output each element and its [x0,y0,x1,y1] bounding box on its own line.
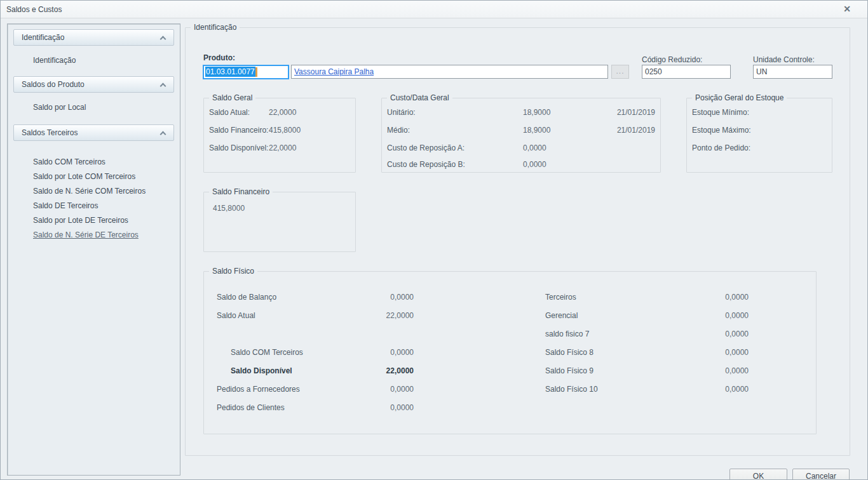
sf-saldo-disponivel-value: 22,0000 [355,366,414,375]
chevron-up-icon [160,83,166,90]
ponto-de-pedido-label: Ponto de Pedido: [692,143,750,152]
produto-code-selected-text: 01.03.01.0077 [205,67,255,77]
saldo-fisico-10-value: 0,0000 [690,385,749,394]
dialog-saldos-e-custos: Saldos e Custos ✕ Identificação Identifi… [0,0,868,480]
sidebar-item-saldo-por-local[interactable]: Saldo por Local [8,100,180,114]
saldo-financeiro-box: Saldo Financeiro 415,8000 [203,192,356,252]
saldo-fisico-8-value: 0,0000 [690,348,749,357]
saldo-geral-title: Saldo Geral [209,93,255,102]
saldo-atual-label: Saldo Atual: [209,108,250,117]
saldo-fisico-7-label: saldo fisico 7 [545,330,589,338]
sidebar-item-saldo-por-lote-de-terceiros[interactable]: Saldo por Lote DE Terceiros [8,213,180,227]
pedidos-clientes-value: 0,0000 [355,403,414,412]
codigo-reduzido-field[interactable]: 0250 [642,65,731,79]
saldo-fisico-9-value: 0,0000 [690,366,749,375]
chevron-up-icon [160,36,166,43]
saldo-disponivel-value: 22,0000 [269,143,296,152]
saldo-fisico-10-label: Saldo Físico 10 [545,385,598,394]
terceiros-label: Terceiros [545,293,576,302]
medio-label: Médio: [387,126,410,135]
saldo-fisico-8-label: Saldo Físico 8 [545,348,593,357]
saldo-fisico-7-value: 0,0000 [690,330,749,338]
custo-data-geral-box: Custo/Data Geral Unitário: 18,9000 21/01… [381,98,661,173]
sf-saldo-com-terceiros-label: Saldo COM Terceiros [231,348,303,357]
pedidos-clientes-label: Pedidos de Clientes [217,403,285,412]
nav-group-label: Saldos Terceiros [22,125,78,140]
nav-group-label: Saldos do Produto [22,77,85,92]
saldo-fisico-title: Saldo Físico [209,267,257,276]
terceiros-value: 0,0000 [690,293,749,302]
sf-saldo-atual-label: Saldo Atual [217,311,255,320]
produto-name-link[interactable]: Vassoura Caipira Palha [294,67,374,76]
sidebar-item-saldo-de-terceiros[interactable]: Saldo DE Terceiros [8,199,180,213]
sidebar-item-saldo-nserie-com-terceiros[interactable]: Saldo de N. Série COM Terceiros [8,184,180,198]
posicao-geral-box: Posição Geral do Estoque Estoque Mínimo:… [686,98,832,173]
sf-saldo-disponivel-label: Saldo Disponível [231,366,292,375]
nav-group-saldos-terceiros[interactable]: Saldos Terceiros [13,124,174,141]
identificacao-panel-title: Identificação [191,23,240,32]
custo-reposicao-a-label: Custo de Reposição A: [387,143,465,152]
saldo-geral-box: Saldo Geral Saldo Atual: 22,0000 Saldo F… [203,98,356,173]
ok-button[interactable]: OK [729,469,787,480]
saldo-financeiro-label: Saldo Financeiro: [209,126,268,135]
saldo-financeiro-title: Saldo Financeiro [209,187,273,196]
saldo-atual-value: 22,0000 [269,108,296,117]
unidade-controle-label: Unidade Controle: [753,55,815,64]
sidebar-item-saldo-nserie-de-terceiros[interactable]: Saldo de N. Série DE Terceiros [8,228,180,242]
produto-label: Produto: [203,53,235,62]
saldo-financeiro-value: 415,8000 [269,126,301,135]
cancel-button[interactable]: Cancelar [792,469,850,480]
custo-data-geral-title: Custo/Data Geral [387,93,452,102]
title-bar: Saldos e Custos ✕ [1,1,867,18]
unitario-date: 21/01/2019 [592,108,655,117]
saldo-de-balanco-value: 0,0000 [355,293,414,302]
nav-group-label: Identificação [22,30,64,45]
gerencial-label: Gerencial [545,311,578,320]
unitario-label: Unitário: [387,108,416,117]
sidebar-item-saldo-por-lote-com-terceiros[interactable]: Saldo por Lote COM Terceiros [8,170,180,183]
saldo-fisico-box: Saldo Físico Saldo de Balanço 0,0000 Sal… [203,271,817,434]
estoque-minimo-label: Estoque Mínimo: [692,108,749,117]
unitario-value: 18,9000 [523,108,550,117]
custo-reposicao-a-value: 0,0000 [523,143,546,152]
codigo-reduzido-label: Código Reduzido: [642,55,702,64]
sidebar-nav: Identificação Identificação Saldos do Pr… [7,23,180,476]
identificacao-panel: Identificação Produto: 01.03.01.0077 Vas… [185,27,850,456]
sidebar-item-identificacao[interactable]: Identificação [8,53,180,67]
sf-saldo-com-terceiros-value: 0,0000 [355,348,414,357]
saldo-de-balanco-label: Saldo de Balanço [217,293,276,302]
gerencial-value: 0,0000 [690,311,749,320]
nav-group-identificacao[interactable]: Identificação [13,29,174,46]
medio-value: 18,9000 [523,126,550,135]
custo-reposicao-b-value: 0,0000 [523,160,546,169]
pedidos-fornecedores-label: Pedidos a Fornecedores [217,385,300,394]
text-caret [255,67,257,77]
pedidos-fornecedores-value: 0,0000 [355,385,414,394]
sidebar-item-saldo-com-terceiros[interactable]: Saldo COM Terceiros [8,155,180,169]
close-icon[interactable]: ✕ [843,4,851,14]
estoque-maximo-label: Estoque Máximo: [692,126,751,135]
produto-name-field: Vassoura Caipira Palha [291,65,608,79]
unidade-controle-field[interactable]: UN [753,65,832,79]
saldo-disponivel-label: Saldo Disponível: [209,143,268,152]
produto-browse-button[interactable]: ... [611,65,629,79]
saldo-financeiro-box-value: 415,8000 [213,204,245,213]
posicao-geral-title: Posição Geral do Estoque [692,93,787,102]
sf-saldo-atual-value: 22,0000 [355,311,414,320]
window-title: Saldos e Custos [6,1,62,18]
medio-date: 21/01/2019 [592,126,655,135]
produto-code-input[interactable]: 01.03.01.0077 [203,65,289,79]
custo-reposicao-b-label: Custo de Reposição B: [387,160,465,169]
nav-group-saldos-do-produto[interactable]: Saldos do Produto [13,76,174,93]
chevron-up-icon [160,131,166,138]
saldo-fisico-9-label: Saldo Físico 9 [545,366,593,375]
